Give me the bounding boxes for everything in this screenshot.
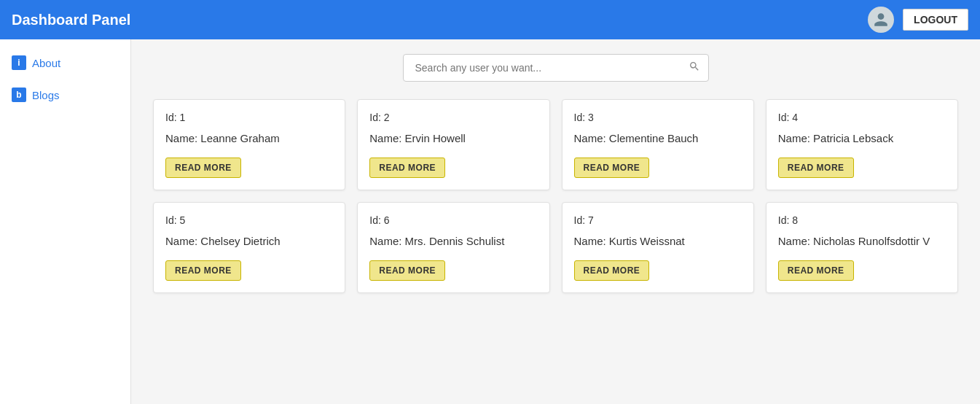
card-name: Name: Nicholas Runolfsdottir V: [778, 233, 946, 249]
search-container: [153, 54, 958, 82]
read-more-button[interactable]: READ MORE: [165, 260, 241, 281]
read-more-button[interactable]: READ MORE: [574, 260, 650, 281]
user-card: Id: 8Name: Nicholas Runolfsdottir VREAD …: [766, 202, 958, 293]
main-layout: i About b Blogs Id: 1Name: Leanne Graham…: [0, 39, 980, 404]
sidebar-item-blogs[interactable]: b Blogs: [0, 79, 130, 111]
user-card: Id: 1Name: Leanne GrahamREAD MORE: [153, 99, 345, 190]
card-name: Name: Mrs. Dennis Schulist: [369, 233, 537, 249]
user-avatar: [868, 7, 894, 33]
read-more-button[interactable]: READ MORE: [778, 260, 854, 281]
users-grid: Id: 1Name: Leanne GrahamREAD MOREId: 2Na…: [153, 99, 958, 293]
sidebar: i About b Blogs: [0, 39, 131, 404]
card-id: Id: 2: [369, 112, 537, 123]
card-id: Id: 3: [574, 112, 742, 123]
card-id: Id: 4: [778, 112, 946, 123]
card-id: Id: 8: [778, 214, 946, 226]
card-name: Name: Ervin Howell: [369, 131, 537, 146]
read-more-button[interactable]: READ MORE: [369, 158, 445, 178]
app-header: Dashboard Panel LOGOUT: [0, 0, 980, 39]
card-id: Id: 5: [165, 214, 333, 226]
read-more-button[interactable]: READ MORE: [778, 158, 854, 178]
read-more-button[interactable]: READ MORE: [574, 158, 650, 178]
card-name: Name: Kurtis Weissnat: [574, 233, 742, 249]
user-card: Id: 7Name: Kurtis WeissnatREAD MORE: [562, 202, 754, 293]
card-name: Name: Patricia Lebsack: [778, 131, 946, 146]
app-title: Dashboard Panel: [12, 12, 130, 28]
user-card: Id: 6Name: Mrs. Dennis SchulistREAD MORE: [357, 202, 549, 293]
header-right: LOGOUT: [868, 7, 968, 33]
card-name: Name: Leanne Graham: [165, 131, 333, 146]
blog-icon: b: [12, 88, 26, 102]
sidebar-item-about[interactable]: i About: [0, 47, 130, 79]
user-card: Id: 2Name: Ervin HowellREAD MORE: [357, 99, 549, 190]
card-id: Id: 1: [165, 112, 333, 123]
card-name: Name: Clementine Bauch: [574, 131, 742, 146]
card-name: Name: Chelsey Dietrich: [165, 233, 333, 249]
read-more-button[interactable]: READ MORE: [369, 260, 445, 281]
user-card: Id: 4Name: Patricia LebsackREAD MORE: [766, 99, 958, 190]
read-more-button[interactable]: READ MORE: [165, 158, 241, 178]
info-icon: i: [12, 55, 26, 70]
sidebar-item-about-label: About: [32, 57, 60, 69]
user-card: Id: 5Name: Chelsey DietrichREAD MORE: [153, 202, 345, 293]
main-content: Id: 1Name: Leanne GrahamREAD MOREId: 2Na…: [131, 39, 980, 404]
card-id: Id: 7: [574, 214, 742, 226]
search-input[interactable]: [403, 54, 709, 82]
sidebar-item-blogs-label: Blogs: [32, 89, 60, 101]
user-card: Id: 3Name: Clementine BauchREAD MORE: [562, 99, 754, 190]
search-wrapper: [403, 54, 709, 82]
card-id: Id: 6: [369, 214, 537, 226]
logout-button[interactable]: LOGOUT: [903, 9, 968, 31]
